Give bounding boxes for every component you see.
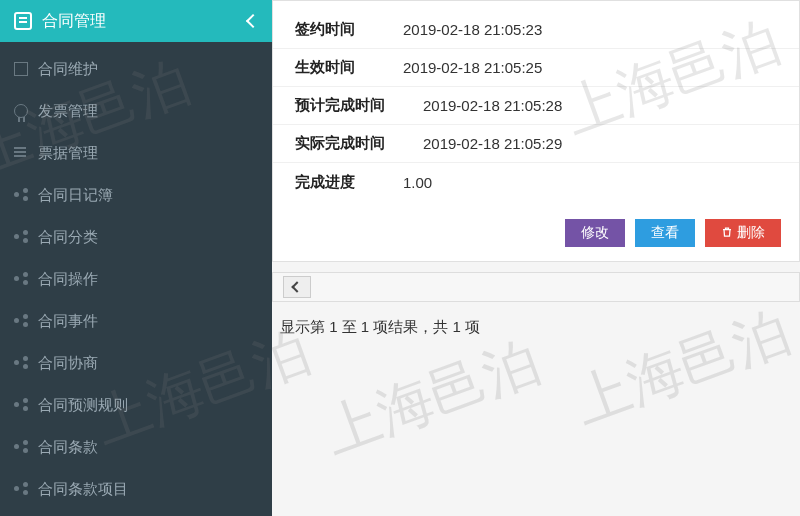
contract-module-icon	[14, 12, 32, 30]
detail-row: 生效时间 2019-02-18 21:05:25	[273, 49, 799, 87]
share-icon	[14, 356, 28, 370]
field-value-actual-complete: 2019-02-18 21:05:29	[423, 135, 799, 152]
bars-icon	[14, 146, 28, 160]
share-icon	[14, 440, 28, 454]
view-button[interactable]: 查看	[635, 219, 695, 247]
field-value-sign-time: 2019-02-18 21:05:23	[403, 21, 799, 38]
action-bar: 修改 查看 删除	[273, 211, 799, 261]
share-icon	[14, 272, 28, 286]
sidebar-item-bill[interactable]: 票据管理	[0, 132, 272, 174]
sidebar-item-label: 票据管理	[38, 144, 98, 163]
sidebar-item-forecast-rule[interactable]: 合同预测规则	[0, 384, 272, 426]
field-label-expected-complete: 预计完成时间	[273, 96, 423, 115]
sidebar-item-label: 发票管理	[38, 102, 98, 121]
field-value-effective-time: 2019-02-18 21:05:25	[403, 59, 799, 76]
share-icon	[14, 230, 28, 244]
sidebar-item-clause-item[interactable]: 合同条款项目	[0, 468, 272, 510]
field-label-actual-complete: 实际完成时间	[273, 134, 423, 153]
detail-row: 预计完成时间 2019-02-18 21:05:28	[273, 87, 799, 125]
detail-row: 签约时间 2019-02-18 21:05:23	[273, 11, 799, 49]
field-value-expected-complete: 2019-02-18 21:05:28	[423, 97, 799, 114]
delete-button[interactable]: 删除	[705, 219, 781, 247]
sidebar-item-invoice[interactable]: 发票管理	[0, 90, 272, 132]
sidebar-item-event[interactable]: 合同事件	[0, 300, 272, 342]
field-label-effective-time: 生效时间	[273, 58, 403, 77]
edit-button[interactable]: 修改	[565, 219, 625, 247]
detail-row: 完成进度 1.00	[273, 163, 799, 201]
trash-icon	[721, 225, 733, 241]
sidebar-header[interactable]: 合同管理	[0, 0, 272, 42]
collapse-sidebar-icon[interactable]	[246, 14, 260, 28]
sidebar-item-negotiation[interactable]: 合同协商	[0, 342, 272, 384]
detail-row: 实际完成时间 2019-02-18 21:05:29	[273, 125, 799, 163]
sidebar-item-category[interactable]: 合同分类	[0, 216, 272, 258]
scroll-left-button[interactable]	[283, 276, 311, 298]
main-content: 签约时间 2019-02-18 21:05:23 生效时间 2019-02-18…	[272, 0, 800, 516]
sidebar-item-operation[interactable]: 合同操作	[0, 258, 272, 300]
sidebar-item-label: 合同事件	[38, 312, 98, 331]
share-icon	[14, 482, 28, 496]
share-icon	[14, 398, 28, 412]
sidebar-item-label: 合同维护	[38, 60, 98, 79]
share-icon	[14, 314, 28, 328]
pagination-info: 显示第 1 至 1 项结果，共 1 项	[272, 302, 800, 353]
sidebar-item-label: 合同日记簿	[38, 186, 113, 205]
field-value-progress: 1.00	[403, 174, 799, 191]
chevron-left-icon	[291, 281, 302, 292]
diamond-icon	[14, 62, 28, 76]
sidebar-item-journal[interactable]: 合同日记簿	[0, 174, 272, 216]
sidebar: 合同管理 合同维护 发票管理 票据管理 合同日记簿 合同	[0, 0, 272, 516]
horizontal-scroll-bar[interactable]	[272, 272, 800, 302]
sidebar-menu: 合同维护 发票管理 票据管理 合同日记簿 合同分类 合同操作	[0, 42, 272, 510]
sidebar-item-label: 合同条款	[38, 438, 98, 457]
delete-button-label: 删除	[737, 224, 765, 242]
sidebar-item-clause[interactable]: 合同条款	[0, 426, 272, 468]
detail-table: 签约时间 2019-02-18 21:05:23 生效时间 2019-02-18…	[273, 1, 799, 211]
detail-card: 签约时间 2019-02-18 21:05:23 生效时间 2019-02-18…	[272, 0, 800, 262]
sidebar-item-contract-maintain[interactable]: 合同维护	[0, 48, 272, 90]
sidebar-item-label: 合同条款项目	[38, 480, 128, 499]
edit-button-label: 修改	[581, 224, 609, 242]
sidebar-item-label: 合同预测规则	[38, 396, 128, 415]
sidebar-item-label: 合同协商	[38, 354, 98, 373]
field-label-sign-time: 签约时间	[273, 20, 403, 39]
field-label-progress: 完成进度	[273, 173, 403, 192]
sidebar-title: 合同管理	[42, 11, 106, 32]
medal-icon	[14, 104, 28, 118]
share-icon	[14, 188, 28, 202]
sidebar-item-label: 合同操作	[38, 270, 98, 289]
sidebar-item-label: 合同分类	[38, 228, 98, 247]
view-button-label: 查看	[651, 224, 679, 242]
